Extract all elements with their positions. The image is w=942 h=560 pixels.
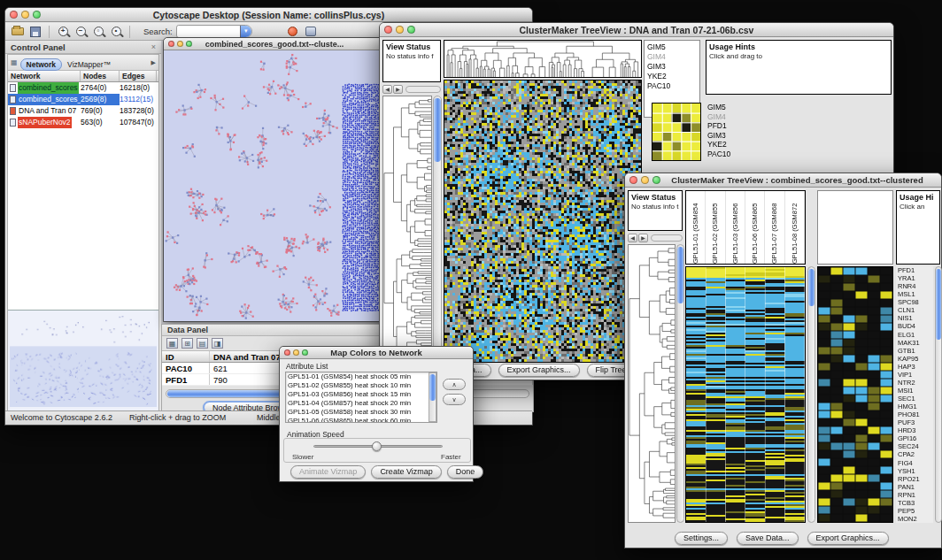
gene-label[interactable]: PUF3 bbox=[896, 418, 933, 426]
table-row[interactable]: sNAPuberNov2 563(0) 107847(0) bbox=[8, 117, 158, 128]
vertical-scrollbar[interactable] bbox=[807, 266, 815, 523]
gene-label[interactable]: GPI16 bbox=[896, 434, 933, 442]
gene-label[interactable]: PAC10 bbox=[645, 81, 699, 91]
move-down-button[interactable]: ∨ bbox=[443, 394, 466, 405]
gene-label[interactable]: GIM4 bbox=[645, 52, 699, 62]
gene-label[interactable]: MSI1 bbox=[896, 387, 933, 395]
gene-label[interactable]: YRA1 bbox=[896, 274, 933, 282]
zoom-fit-icon[interactable]: ▫ bbox=[91, 25, 105, 38]
gene-label[interactable]: BUD4 bbox=[896, 322, 933, 330]
row-dendrogram[interactable] bbox=[383, 96, 431, 360]
scroll-left-icon[interactable]: ◀ bbox=[628, 234, 637, 242]
open-session-icon[interactable] bbox=[11, 25, 25, 38]
close-button[interactable] bbox=[168, 41, 174, 47]
minimize-button[interactable] bbox=[396, 26, 404, 34]
gene-label[interactable]: MAK31 bbox=[896, 339, 933, 347]
zoom-in-icon[interactable]: + bbox=[56, 25, 70, 38]
gene-label[interactable]: GIM3 bbox=[706, 131, 750, 141]
dialog-button[interactable]: Animate Vizmap bbox=[290, 465, 366, 479]
gene-label[interactable]: FIG4 bbox=[896, 459, 933, 467]
treeview-button[interactable]: Export Graphics... bbox=[498, 364, 580, 377]
column-header[interactable]: GPL51-07 (GSM868 bbox=[765, 191, 784, 264]
zoom-out-icon[interactable]: − bbox=[73, 25, 88, 38]
gene-label[interactable]: CPA2 bbox=[896, 450, 933, 458]
col-id[interactable]: ID bbox=[162, 351, 210, 362]
heatmap[interactable] bbox=[686, 267, 805, 522]
column-header[interactable]: GPL51-06 (GSM865 bbox=[745, 191, 765, 264]
attribute-item[interactable]: GPL51-05 (GSM858) heat shock 30 min bbox=[286, 408, 429, 417]
column-header[interactable]: GPL51-08 (GSM872 bbox=[785, 191, 805, 264]
gene-label[interactable]: TCB3 bbox=[896, 499, 933, 507]
vertical-scrollbar[interactable] bbox=[433, 96, 442, 361]
treeview1-titlebar[interactable]: ClusterMaker TreeView : DNA and Tran 07-… bbox=[380, 23, 893, 37]
gene-label[interactable]: PFD1 bbox=[896, 266, 933, 274]
delete-attribute-icon[interactable]: ◨ bbox=[212, 338, 223, 349]
scrollbar-thumb[interactable] bbox=[936, 269, 941, 340]
dialog-button[interactable]: Done bbox=[447, 465, 484, 479]
col-network[interactable]: Network bbox=[8, 71, 81, 81]
cytoscape-titlebar[interactable]: Cytoscape Desktop (Session Name: collins… bbox=[5, 8, 532, 22]
gene-label[interactable]: RNR4 bbox=[896, 282, 933, 290]
zoom-button[interactable] bbox=[186, 41, 192, 47]
gene-label[interactable]: GIM3 bbox=[645, 62, 699, 72]
gene-label[interactable]: SEC1 bbox=[896, 395, 933, 403]
gene-label[interactable]: PEP5 bbox=[896, 507, 933, 515]
scrollbar-thumb[interactable] bbox=[677, 247, 683, 303]
zoom-button[interactable] bbox=[302, 349, 308, 356]
overview-icon[interactable] bbox=[304, 25, 318, 38]
move-up-button[interactable]: ∧ bbox=[443, 379, 466, 390]
column-header[interactable]: GPL51-02 (GSM855 bbox=[706, 191, 725, 264]
summary-heatmap[interactable] bbox=[652, 104, 700, 160]
gene-label[interactable]: ELG1 bbox=[896, 331, 933, 339]
attribute-item[interactable]: GPL51-03 (GSM856) heat shock 15 min bbox=[286, 390, 429, 399]
attribute-item[interactable]: GPL51-06 (GSM865) heat shock 60 min bbox=[286, 417, 429, 423]
gene-label[interactable]: YKE2 bbox=[645, 72, 699, 81]
minimize-button[interactable] bbox=[641, 176, 649, 184]
network-canvas[interactable] bbox=[164, 50, 385, 321]
gene-label[interactable]: MON2 bbox=[896, 515, 933, 523]
scroll-right-icon[interactable]: ▶ bbox=[393, 85, 403, 94]
zoom-button[interactable] bbox=[407, 26, 415, 34]
vertical-scrollbar[interactable] bbox=[429, 372, 436, 422]
vertical-scrollbar[interactable] bbox=[935, 266, 942, 523]
col-nodes[interactable]: Nodes bbox=[81, 71, 120, 81]
scrollbar-thumb[interactable] bbox=[434, 98, 441, 162]
gene-label[interactable]: YKE2 bbox=[706, 140, 750, 150]
gene-label[interactable]: GIM5 bbox=[706, 103, 750, 112]
secondary-heatmap[interactable] bbox=[818, 267, 892, 522]
gene-label[interactable]: SPC98 bbox=[896, 298, 933, 306]
attribute-listbox[interactable]: GPL51-01 (GSM854) heat shock 05 minGPL51… bbox=[285, 372, 437, 423]
scroll-track[interactable] bbox=[651, 234, 683, 242]
chevron-down-icon[interactable]: ▾ bbox=[240, 25, 251, 38]
close-button[interactable] bbox=[284, 349, 290, 356]
minimize-button[interactable] bbox=[21, 11, 29, 19]
chevron-right-icon[interactable]: ▶ bbox=[151, 59, 156, 66]
mini-scrollbar[interactable]: ◀ ▶ bbox=[628, 233, 683, 242]
attribute-item[interactable]: GPL51-01 (GSM854) heat shock 05 min bbox=[286, 372, 429, 381]
close-button[interactable] bbox=[384, 26, 392, 34]
create-attribute-icon[interactable]: ⊞ bbox=[181, 338, 193, 349]
gene-label[interactable]: GIM5 bbox=[645, 42, 699, 52]
treeview-button[interactable]: Settings... bbox=[675, 532, 728, 545]
speed-slider-thumb[interactable] bbox=[372, 441, 382, 451]
gene-label[interactable]: PHO81 bbox=[896, 410, 933, 418]
gene-label[interactable]: RPO21 bbox=[896, 475, 933, 483]
gene-label[interactable]: PAN1 bbox=[896, 483, 933, 491]
birdseye-view[interactable] bbox=[8, 310, 158, 410]
gene-label[interactable]: GIM4 bbox=[706, 112, 750, 122]
dialog-titlebar[interactable]: Map Colors to Network bbox=[280, 347, 473, 359]
mini-scrollbar[interactable]: ◀ ▶ bbox=[382, 84, 441, 94]
close-button[interactable] bbox=[629, 176, 637, 184]
select-attributes-icon[interactable]: ▦ bbox=[166, 338, 178, 349]
table-row[interactable]: combined_scores_goo 2569(8) 13112(15) bbox=[8, 94, 158, 105]
search-input[interactable] bbox=[177, 27, 240, 36]
gene-label[interactable]: VIP1 bbox=[896, 371, 933, 379]
network-view-titlebar[interactable]: combined_scores_good.txt--cluste... bbox=[164, 38, 385, 50]
gene-label[interactable]: GTB1 bbox=[896, 347, 933, 355]
gene-label[interactable]: HMG1 bbox=[896, 403, 933, 410]
table-row[interactable]: DNA and Tran 07 769(0) 183728(0) bbox=[8, 105, 158, 117]
heatmap[interactable] bbox=[444, 81, 641, 362]
treeview-button[interactable]: Export Graphics... bbox=[807, 532, 889, 545]
treeview-button[interactable]: Save Data... bbox=[737, 532, 799, 545]
gene-label[interactable]: HRD3 bbox=[896, 426, 933, 434]
